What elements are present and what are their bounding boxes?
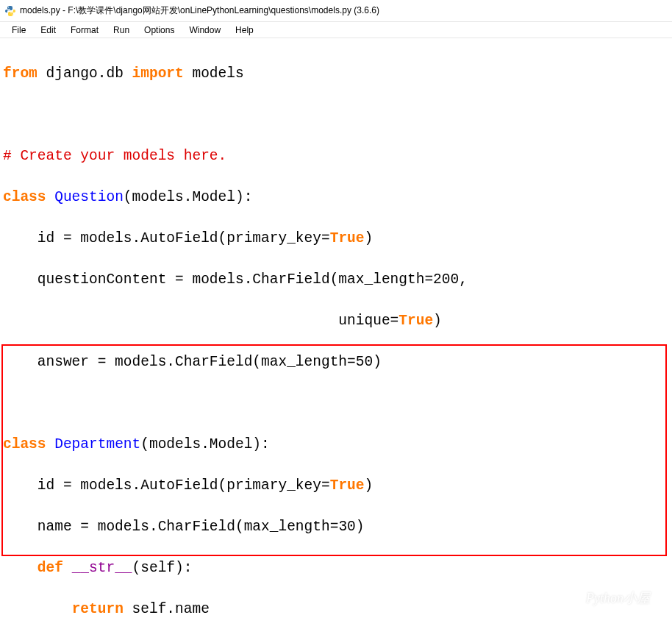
code-line: def __str__(self): — [3, 558, 669, 578]
menu-window[interactable]: Window — [182, 24, 228, 37]
menu-edit[interactable]: Edit — [33, 24, 63, 37]
window-titlebar: models.py - F:\教学课件\django网站开发\onLinePyt… — [0, 0, 672, 22]
code-line: # Create your models here. — [3, 146, 669, 166]
python-icon — [4, 5, 16, 17]
code-line: class Question(models.Model): — [3, 187, 669, 207]
code-editor[interactable]: from django.db import models # Create yo… — [0, 38, 672, 629]
code-line: id = models.AutoField(primary_key=True) — [3, 475, 669, 496]
code-line: questionContent = models.CharField(max_l… — [3, 269, 669, 290]
menu-help[interactable]: Help — [228, 24, 261, 37]
window-title: models.py - F:\教学课件\django网站开发\onLinePyt… — [20, 4, 379, 17]
menubar: File Edit Format Run Options Window Help — [0, 22, 672, 38]
code-line: name = models.CharField(max_length=30) — [3, 516, 669, 537]
menu-options[interactable]: Options — [137, 24, 182, 37]
code-line — [3, 104, 669, 125]
svg-point-1 — [12, 14, 12, 15]
code-line: answer = models.CharField(max_length=50) — [3, 352, 669, 372]
code-line: class Department(models.Model): — [3, 434, 669, 455]
menu-file[interactable]: File — [4, 24, 33, 37]
wechat-icon — [557, 589, 582, 607]
code-line: from django.db import models — [3, 63, 669, 84]
svg-point-0 — [8, 7, 9, 7]
code-line: unique=True) — [3, 310, 669, 331]
watermark: Python小屋 — [557, 589, 650, 607]
menu-run[interactable]: Run — [106, 24, 137, 37]
watermark-text: Python小屋 — [586, 589, 650, 607]
menu-format[interactable]: Format — [63, 24, 106, 37]
code-line — [3, 393, 669, 413]
code-line: id = models.AutoField(primary_key=True) — [3, 228, 669, 249]
